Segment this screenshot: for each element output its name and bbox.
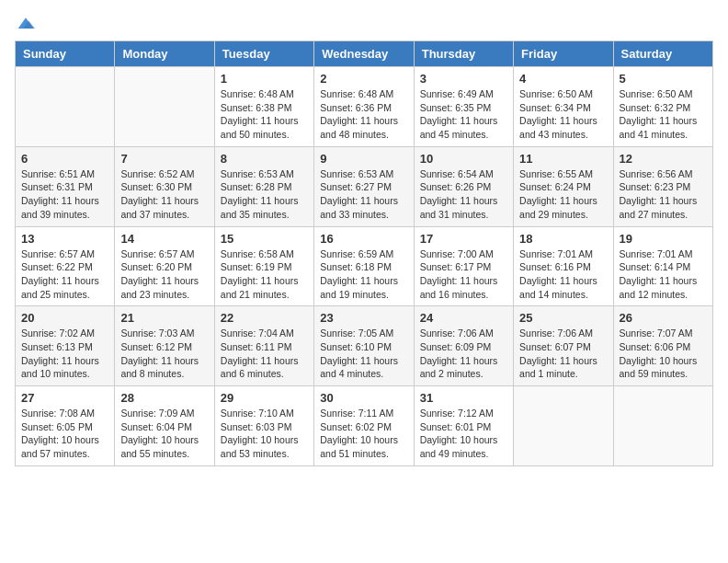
calendar-weekday-wednesday: Wednesday: [314, 41, 414, 67]
day-number: 25: [519, 311, 607, 325]
day-info: Sunrise: 7:10 AM Sunset: 6:03 PM Dayligh…: [221, 407, 308, 461]
calendar-cell: 27Sunrise: 7:08 AM Sunset: 6:05 PM Dayli…: [16, 386, 115, 466]
calendar-weekday-thursday: Thursday: [414, 41, 513, 67]
calendar-cell: 15Sunrise: 6:58 AM Sunset: 6:19 PM Dayli…: [214, 226, 313, 306]
day-info: Sunrise: 7:00 AM Sunset: 6:17 PM Dayligh…: [420, 247, 507, 302]
calendar-cell: 5Sunrise: 6:50 AM Sunset: 6:32 PM Daylig…: [613, 67, 712, 147]
day-number: 21: [120, 311, 208, 325]
calendar-week-row: 6Sunrise: 6:51 AM Sunset: 6:31 PM Daylig…: [16, 146, 713, 226]
day-info: Sunrise: 7:11 AM Sunset: 6:02 PM Dayligh…: [320, 407, 407, 461]
day-info: Sunrise: 7:01 AM Sunset: 6:14 PM Dayligh…: [620, 247, 707, 302]
day-info: Sunrise: 7:04 AM Sunset: 6:11 PM Dayligh…: [221, 327, 308, 381]
day-info: Sunrise: 7:06 AM Sunset: 6:07 PM Dayligh…: [519, 327, 607, 381]
calendar-cell: 7Sunrise: 6:52 AM Sunset: 6:30 PM Daylig…: [115, 146, 214, 226]
day-number: 20: [21, 311, 108, 325]
day-number: 17: [420, 232, 507, 246]
day-number: 19: [620, 232, 707, 246]
day-number: 7: [120, 152, 208, 166]
calendar-cell: 21Sunrise: 7:03 AM Sunset: 6:12 PM Dayli…: [115, 306, 214, 386]
day-info: Sunrise: 7:09 AM Sunset: 6:04 PM Dayligh…: [120, 407, 208, 461]
day-number: 5: [620, 72, 707, 86]
calendar-weekday-sunday: Sunday: [16, 41, 115, 67]
calendar-cell: 6Sunrise: 6:51 AM Sunset: 6:31 PM Daylig…: [16, 146, 115, 226]
calendar-cell: 30Sunrise: 7:11 AM Sunset: 6:02 PM Dayli…: [314, 386, 414, 466]
day-number: 14: [120, 232, 208, 246]
calendar-cell: 3Sunrise: 6:49 AM Sunset: 6:35 PM Daylig…: [414, 67, 513, 147]
calendar-cell: 17Sunrise: 7:00 AM Sunset: 6:17 PM Dayli…: [414, 226, 513, 306]
day-info: Sunrise: 6:51 AM Sunset: 6:31 PM Dayligh…: [21, 167, 108, 222]
page-header: [15, 15, 713, 33]
day-number: 30: [320, 391, 407, 405]
day-info: Sunrise: 6:52 AM Sunset: 6:30 PM Dayligh…: [120, 167, 208, 222]
calendar-weekday-saturday: Saturday: [613, 41, 712, 67]
day-info: Sunrise: 7:02 AM Sunset: 6:13 PM Dayligh…: [21, 327, 108, 381]
calendar-weekday-tuesday: Tuesday: [214, 41, 313, 67]
calendar-cell: 16Sunrise: 6:59 AM Sunset: 6:18 PM Dayli…: [314, 226, 414, 306]
day-info: Sunrise: 6:57 AM Sunset: 6:20 PM Dayligh…: [120, 247, 208, 302]
calendar-week-row: 27Sunrise: 7:08 AM Sunset: 6:05 PM Dayli…: [16, 386, 713, 466]
day-info: Sunrise: 6:56 AM Sunset: 6:23 PM Dayligh…: [620, 167, 707, 222]
day-info: Sunrise: 7:06 AM Sunset: 6:09 PM Dayligh…: [420, 327, 507, 381]
calendar-cell: 20Sunrise: 7:02 AM Sunset: 6:13 PM Dayli…: [16, 306, 115, 386]
day-info: Sunrise: 6:49 AM Sunset: 6:35 PM Dayligh…: [420, 87, 507, 142]
day-info: Sunrise: 6:53 AM Sunset: 6:28 PM Dayligh…: [221, 167, 308, 222]
calendar-weekday-friday: Friday: [514, 41, 613, 67]
day-number: 8: [221, 152, 308, 166]
day-number: 26: [620, 311, 707, 325]
day-number: 4: [519, 72, 607, 86]
day-number: 15: [221, 232, 308, 246]
day-info: Sunrise: 6:59 AM Sunset: 6:18 PM Dayligh…: [320, 247, 407, 302]
calendar-header-row: SundayMondayTuesdayWednesdayThursdayFrid…: [16, 41, 713, 67]
day-info: Sunrise: 6:48 AM Sunset: 6:36 PM Dayligh…: [320, 87, 407, 142]
calendar-cell: 11Sunrise: 6:55 AM Sunset: 6:24 PM Dayli…: [514, 146, 613, 226]
calendar-cell: [16, 67, 115, 147]
day-info: Sunrise: 6:55 AM Sunset: 6:24 PM Dayligh…: [519, 167, 607, 222]
calendar-cell: 26Sunrise: 7:07 AM Sunset: 6:06 PM Dayli…: [613, 306, 712, 386]
calendar-cell: 12Sunrise: 6:56 AM Sunset: 6:23 PM Dayli…: [613, 146, 712, 226]
day-info: Sunrise: 7:05 AM Sunset: 6:10 PM Dayligh…: [320, 327, 407, 381]
calendar-cell: 31Sunrise: 7:12 AM Sunset: 6:01 PM Dayli…: [414, 386, 513, 466]
calendar-table: SundayMondayTuesdayWednesdayThursdayFrid…: [15, 40, 713, 466]
day-info: Sunrise: 6:53 AM Sunset: 6:27 PM Dayligh…: [320, 167, 407, 222]
day-number: 11: [519, 152, 607, 166]
calendar-week-row: 20Sunrise: 7:02 AM Sunset: 6:13 PM Dayli…: [16, 306, 713, 386]
calendar-cell: 8Sunrise: 6:53 AM Sunset: 6:28 PM Daylig…: [214, 146, 313, 226]
day-info: Sunrise: 6:57 AM Sunset: 6:22 PM Dayligh…: [21, 247, 108, 302]
day-info: Sunrise: 6:58 AM Sunset: 6:19 PM Dayligh…: [221, 247, 308, 302]
day-info: Sunrise: 7:01 AM Sunset: 6:16 PM Dayligh…: [519, 247, 607, 302]
day-number: 3: [420, 72, 507, 86]
calendar-cell: 13Sunrise: 6:57 AM Sunset: 6:22 PM Dayli…: [16, 226, 115, 306]
day-number: 10: [420, 152, 507, 166]
calendar-cell: [514, 386, 613, 466]
calendar-cell: 10Sunrise: 6:54 AM Sunset: 6:26 PM Dayli…: [414, 146, 513, 226]
day-number: 28: [120, 391, 208, 405]
calendar-cell: [115, 67, 214, 147]
calendar-cell: 1Sunrise: 6:48 AM Sunset: 6:38 PM Daylig…: [214, 67, 313, 147]
day-number: 13: [21, 232, 108, 246]
day-number: 1: [221, 72, 308, 86]
day-number: 9: [320, 152, 407, 166]
calendar-cell: 19Sunrise: 7:01 AM Sunset: 6:14 PM Dayli…: [613, 226, 712, 306]
calendar-cell: 28Sunrise: 7:09 AM Sunset: 6:04 PM Dayli…: [115, 386, 214, 466]
calendar-cell: [613, 386, 712, 466]
calendar-cell: 9Sunrise: 6:53 AM Sunset: 6:27 PM Daylig…: [314, 146, 414, 226]
calendar-cell: 14Sunrise: 6:57 AM Sunset: 6:20 PM Dayli…: [115, 226, 214, 306]
day-number: 16: [320, 232, 407, 246]
day-info: Sunrise: 6:54 AM Sunset: 6:26 PM Dayligh…: [420, 167, 507, 222]
logo-icon: [17, 15, 35, 33]
day-number: 6: [21, 152, 108, 166]
calendar-cell: 23Sunrise: 7:05 AM Sunset: 6:10 PM Dayli…: [314, 306, 414, 386]
day-number: 18: [519, 232, 607, 246]
calendar-cell: 18Sunrise: 7:01 AM Sunset: 6:16 PM Dayli…: [514, 226, 613, 306]
day-info: Sunrise: 6:50 AM Sunset: 6:34 PM Dayligh…: [519, 87, 607, 142]
day-info: Sunrise: 6:48 AM Sunset: 6:38 PM Dayligh…: [221, 87, 308, 142]
calendar-cell: 25Sunrise: 7:06 AM Sunset: 6:07 PM Dayli…: [514, 306, 613, 386]
day-info: Sunrise: 7:12 AM Sunset: 6:01 PM Dayligh…: [420, 407, 507, 461]
day-number: 23: [320, 311, 407, 325]
calendar-cell: 24Sunrise: 7:06 AM Sunset: 6:09 PM Dayli…: [414, 306, 513, 386]
day-number: 12: [620, 152, 707, 166]
logo: [15, 15, 35, 33]
calendar-cell: 22Sunrise: 7:04 AM Sunset: 6:11 PM Dayli…: [214, 306, 313, 386]
calendar-cell: 29Sunrise: 7:10 AM Sunset: 6:03 PM Dayli…: [214, 386, 313, 466]
calendar-week-row: 13Sunrise: 6:57 AM Sunset: 6:22 PM Dayli…: [16, 226, 713, 306]
